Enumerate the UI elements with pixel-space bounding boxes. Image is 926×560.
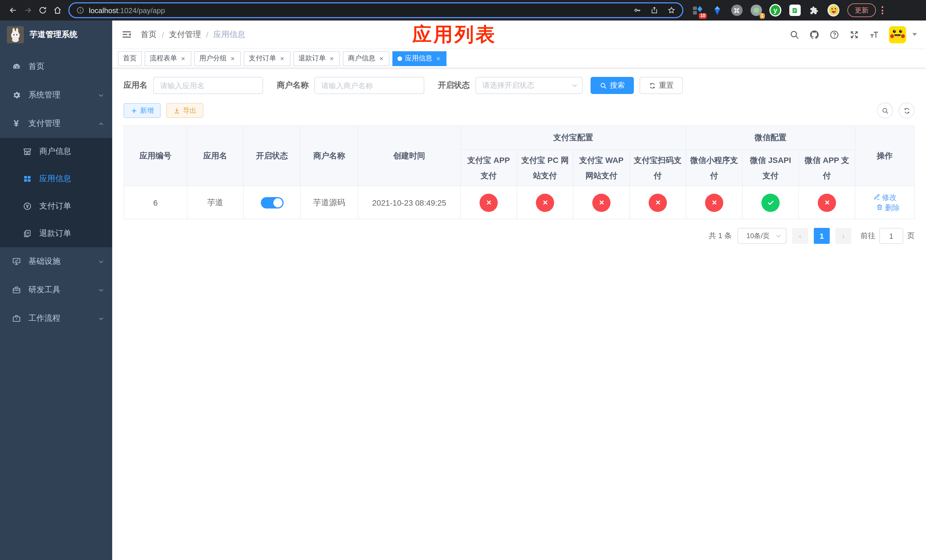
sidebar-item-infrastructure[interactable]: 基础设施 <box>0 247 112 276</box>
breadcrumb-pay[interactable]: 支付管理 <box>169 29 201 39</box>
chrome-update-button[interactable]: 更新 <box>847 3 876 17</box>
tab-5[interactable]: 商户信息× <box>343 51 390 66</box>
next-page-button[interactable]: › <box>835 228 851 244</box>
sidebar-item-dev-tools[interactable]: 研发工具 <box>0 276 112 304</box>
search-icon[interactable] <box>789 29 800 39</box>
col-created: 创建时间 <box>358 126 460 186</box>
sidebar-item-merchant-info[interactable]: 商户信息 <box>0 138 112 165</box>
extension-notes-icon[interactable] <box>789 4 801 16</box>
navbar: 首页 / 支付管理 / 应用信息 <box>112 21 926 49</box>
enabled-toggle[interactable] <box>260 197 283 208</box>
tab-close-icon[interactable]: × <box>328 54 335 62</box>
sidebar-item-refund-order[interactable]: 退款订单 <box>0 220 112 247</box>
back-icon[interactable] <box>6 3 21 18</box>
site-info-icon[interactable] <box>76 6 84 14</box>
help-icon[interactable] <box>829 29 840 39</box>
export-button[interactable]: 导出 <box>166 103 203 118</box>
tab-0[interactable]: 首页 <box>118 51 142 66</box>
status-disabled-x-icon <box>705 194 723 212</box>
status-disabled-x-icon <box>536 194 554 212</box>
password-key-icon[interactable] <box>633 6 641 14</box>
status-enabled-check-icon <box>761 194 780 212</box>
gear-icon <box>11 90 21 100</box>
sidebar-item-system[interactable]: 系统管理 <box>0 81 112 109</box>
main-content: 应用名 商户名称 开启状态 请选择开启状态 搜索 <box>112 68 926 560</box>
browser-menu-icon[interactable] <box>882 6 883 14</box>
forward-icon[interactable] <box>21 3 35 18</box>
page-size-select[interactable]: 10条/页 <box>737 228 787 244</box>
share-icon[interactable] <box>651 6 658 14</box>
reset-button[interactable]: 重置 <box>640 77 683 94</box>
tab-6[interactable]: 应用信息× <box>392 51 446 66</box>
tab-close-icon[interactable]: × <box>435 54 441 62</box>
delete-button[interactable]: 删除 <box>876 203 900 213</box>
sidebar-item-pay-order[interactable]: 支付订单 <box>0 192 112 220</box>
fullscreen-icon[interactable] <box>849 29 859 39</box>
col-alipay-wap: 支付宝 WAP 网站支付 <box>573 150 629 186</box>
font-size-icon[interactable] <box>869 29 879 39</box>
extensions-puzzle-icon[interactable] <box>808 4 820 16</box>
sidebar-collapse-icon[interactable] <box>121 29 132 40</box>
tab-3[interactable]: 支付订单× <box>244 51 291 66</box>
extension-badge: 1 <box>760 13 765 18</box>
table-body: 6芋道芋道源码2021-10-23 08:49:25修改删除 <box>124 186 914 219</box>
pay-order-icon <box>22 201 32 211</box>
tab-close-icon[interactable]: × <box>180 54 186 62</box>
col-app-id: 应用编号 <box>124 126 187 186</box>
current-page-button[interactable]: 1 <box>814 228 830 244</box>
sidebar-item-workflow[interactable]: 工作流程 <box>0 304 112 333</box>
sidebar-item-payment[interactable]: ¥支付管理 <box>0 109 112 138</box>
sidebar-item-home[interactable]: 首页 <box>0 52 112 81</box>
status-select[interactable]: 请选择开启状态 <box>475 77 583 94</box>
briefcase-icon <box>11 313 21 323</box>
search-button[interactable]: 搜索 <box>590 77 634 94</box>
toggle-search-button[interactable] <box>877 103 893 118</box>
url-bar[interactable]: localhost:1024/pay/app <box>68 2 683 18</box>
github-icon[interactable] <box>809 29 820 39</box>
screen: localhost:1024/pay/app 10 1 <box>0 0 926 560</box>
extension-gem-icon[interactable] <box>711 4 723 16</box>
tab-close-icon[interactable]: × <box>378 54 384 62</box>
goto-page-input[interactable] <box>879 228 903 244</box>
sidebar-item-app-info[interactable]: 应用信息 <box>0 165 112 192</box>
bookmark-star-icon[interactable] <box>667 6 675 14</box>
pencil-icon <box>873 193 880 202</box>
app-name-input[interactable] <box>153 77 263 94</box>
extension-recorder-icon[interactable]: 1 <box>750 4 762 16</box>
extension-y-icon[interactable]: y <box>769 4 781 16</box>
avatar-caret-icon[interactable] <box>912 33 917 36</box>
merchant-name-input[interactable] <box>314 77 424 94</box>
col-app-name: 应用名 <box>187 126 244 186</box>
refresh-table-button[interactable] <box>899 103 915 118</box>
annotation-title: 应用列表 <box>412 22 496 48</box>
add-button[interactable]: 新增 <box>124 103 160 118</box>
home-icon[interactable] <box>50 3 65 18</box>
toolbox-icon <box>11 285 21 295</box>
col-alipay-qr: 支付宝扫码支付 <box>629 150 686 186</box>
extension-command-icon[interactable] <box>731 4 743 16</box>
tab-2[interactable]: 用户分组× <box>194 51 241 66</box>
browser-toolbar: localhost:1024/pay/app 10 1 <box>0 0 926 21</box>
breadcrumb-home[interactable]: 首页 <box>141 29 157 39</box>
status-disabled-x-icon <box>592 194 610 212</box>
table-row: 6芋道芋道源码2021-10-23 08:49:25修改删除 <box>124 186 914 219</box>
prev-page-button[interactable]: ‹ <box>792 228 808 244</box>
extensions-row: 10 1 y <box>692 4 840 16</box>
col-wechat-jsapi: 微信 JSAPI 支付 <box>742 150 799 186</box>
reload-icon[interactable] <box>35 3 50 18</box>
chevron-up-icon <box>98 121 104 127</box>
user-avatar[interactable] <box>889 26 906 43</box>
logo-rabbit-image <box>7 26 24 43</box>
extension-blue-diamond-icon[interactable]: 10 <box>692 4 704 16</box>
profile-avatar-icon[interactable] <box>828 4 840 16</box>
tab-close-icon[interactable]: × <box>230 54 236 62</box>
tab-1[interactable]: 流程表单× <box>145 51 191 66</box>
url-text: localhost:1024/pay/app <box>89 6 165 15</box>
breadcrumb: 首页 / 支付管理 / 应用信息 <box>141 29 245 39</box>
refund-order-icon <box>22 229 32 238</box>
tab-close-icon[interactable]: × <box>279 54 285 62</box>
tab-4[interactable]: 退款订单× <box>293 51 340 66</box>
dashboard-icon <box>11 62 21 71</box>
edit-button[interactable]: 修改 <box>873 192 897 203</box>
app-logo[interactable]: 芋道管理系统 <box>0 21 112 49</box>
